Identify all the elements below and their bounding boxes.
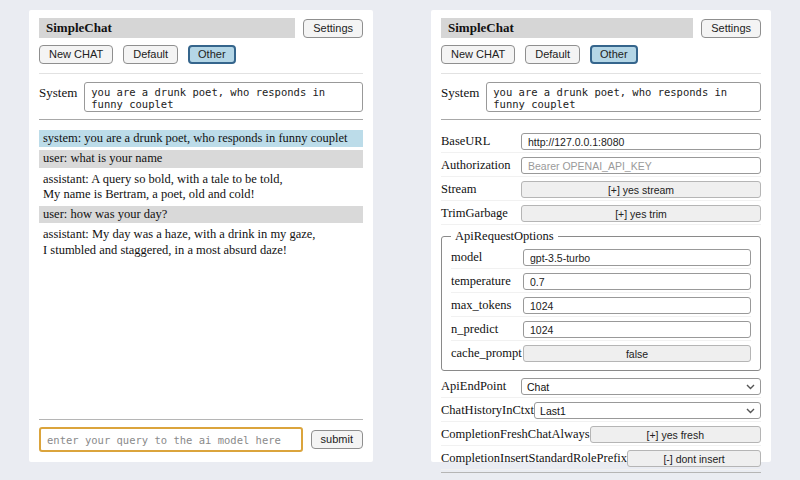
fresh-chat-label: CompletionFreshChatAlways (441, 427, 590, 442)
session-button-default[interactable]: Default (123, 45, 178, 64)
stream-toggle-button[interactable]: [+] yes stream (521, 181, 761, 198)
chat-panel: SimpleChat Settings New CHAT Default Oth… (29, 10, 373, 462)
session-button-other[interactable]: Other (590, 45, 638, 64)
new-chat-button[interactable]: New CHAT (441, 45, 515, 64)
trimgarbage-toggle-button[interactable]: [+] yes trim (521, 205, 761, 222)
setting-row-fresh-chat: CompletionFreshChatAlways [+] yes fresh (441, 424, 761, 446)
setting-row-authorization: Authorization (441, 155, 761, 177)
chat-message-assistant: assistant: A query so bold, with a tale … (39, 171, 363, 204)
trimgarbage-label: TrimGarbage (441, 206, 508, 221)
session-toolbar: New CHAT Default Other (39, 45, 363, 64)
chevron-down-icon (746, 384, 755, 390)
divider (441, 472, 761, 473)
chat-message-user: user: what is your name (39, 150, 363, 167)
fresh-chat-toggle-button[interactable]: [+] yes fresh (590, 426, 761, 443)
setting-row-baseurl: BaseURL (441, 131, 761, 153)
cache-prompt-label: cache_prompt (451, 346, 522, 361)
chat-message-user: user: how was your day? (39, 206, 363, 223)
model-label: model (451, 250, 482, 265)
api-endpoint-select[interactable]: Chat (521, 378, 761, 395)
divider (39, 73, 363, 74)
n-predict-input[interactable] (523, 321, 751, 338)
setting-row-role-prefix: CompletionInsertStandardRolePrefix [-] d… (441, 448, 761, 470)
role-prefix-toggle-button[interactable]: [-] dont insert (627, 450, 761, 467)
baseurl-label: BaseURL (441, 134, 490, 149)
chat-history-select[interactable]: Last1 (534, 402, 761, 419)
divider (39, 119, 363, 120)
query-input[interactable] (39, 427, 303, 452)
chat-history-label: ChatHistoryInCtxt (441, 403, 534, 418)
temperature-label: temperature (451, 274, 511, 289)
setting-row-cache-prompt: cache_prompt false (451, 343, 751, 364)
authorization-input[interactable] (521, 157, 761, 174)
n-predict-label: n_predict (451, 322, 498, 337)
max-tokens-label: max_tokens (451, 298, 511, 313)
chat-message-system: system: you are a drunk poet, who respon… (39, 130, 363, 147)
session-toolbar: New CHAT Default Other (441, 45, 761, 64)
system-prompt-row: System you are a drunk poet, who respond… (441, 82, 761, 112)
system-prompt-textarea[interactable]: you are a drunk poet, who responds in fu… (84, 82, 363, 112)
submit-button[interactable]: submit (311, 430, 363, 449)
baseurl-input[interactable] (521, 133, 761, 150)
max-tokens-input[interactable] (523, 297, 751, 314)
divider (441, 73, 761, 74)
divider (39, 419, 363, 420)
settings-button[interactable]: Settings (303, 19, 363, 38)
settings-list: BaseURL Authorization Stream [+] yes str… (441, 129, 761, 472)
api-request-options-fieldset: ApiRequestOptions model temperature max_… (441, 229, 761, 371)
system-label: System (39, 82, 77, 101)
role-prefix-label: CompletionInsertStandardRolePrefix (441, 451, 627, 466)
setting-row-chat-history: ChatHistoryInCtxt Last1 (441, 400, 761, 422)
api-request-options-legend: ApiRequestOptions (451, 229, 558, 244)
setting-row-api-endpoint: ApiEndPoint Chat (441, 376, 761, 398)
setting-row-trimgarbage: TrimGarbage [+] yes trim (441, 203, 761, 225)
setting-row-n-predict: n_predict (451, 319, 751, 341)
new-chat-button[interactable]: New CHAT (39, 45, 113, 64)
session-button-default[interactable]: Default (525, 45, 580, 64)
chat-history-selected-value: Last1 (540, 405, 566, 417)
stream-label: Stream (441, 182, 476, 197)
setting-row-max-tokens: max_tokens (451, 295, 751, 317)
system-prompt-row: System you are a drunk poet, who respond… (39, 82, 363, 112)
chevron-down-icon (746, 408, 755, 414)
setting-row-stream: Stream [+] yes stream (441, 179, 761, 201)
system-prompt-textarea[interactable]: you are a drunk poet, who responds in fu… (486, 82, 761, 112)
divider (441, 119, 761, 120)
chat-message-list: system: you are a drunk poet, who respon… (39, 130, 363, 262)
query-section: submit (441, 472, 761, 480)
settings-panel: SimpleChat Settings New CHAT Default Oth… (431, 10, 771, 462)
chat-message-assistant: assistant: My day was a haze, with a dri… (39, 226, 363, 259)
query-section: submit (39, 419, 363, 452)
header: SimpleChat Settings (39, 18, 363, 38)
app-title: SimpleChat (39, 18, 295, 38)
temperature-input[interactable] (523, 273, 751, 290)
cache-prompt-toggle-button[interactable]: false (523, 345, 751, 362)
app-title: SimpleChat (441, 18, 693, 38)
authorization-label: Authorization (441, 158, 510, 173)
api-endpoint-selected-value: Chat (527, 381, 549, 393)
session-button-other[interactable]: Other (188, 45, 236, 64)
model-input[interactable] (523, 249, 751, 266)
setting-row-model: model (451, 247, 751, 269)
api-endpoint-label: ApiEndPoint (441, 379, 506, 394)
setting-row-temperature: temperature (451, 271, 751, 293)
settings-button[interactable]: Settings (701, 19, 761, 38)
header: SimpleChat Settings (441, 18, 761, 38)
system-label: System (441, 82, 479, 101)
